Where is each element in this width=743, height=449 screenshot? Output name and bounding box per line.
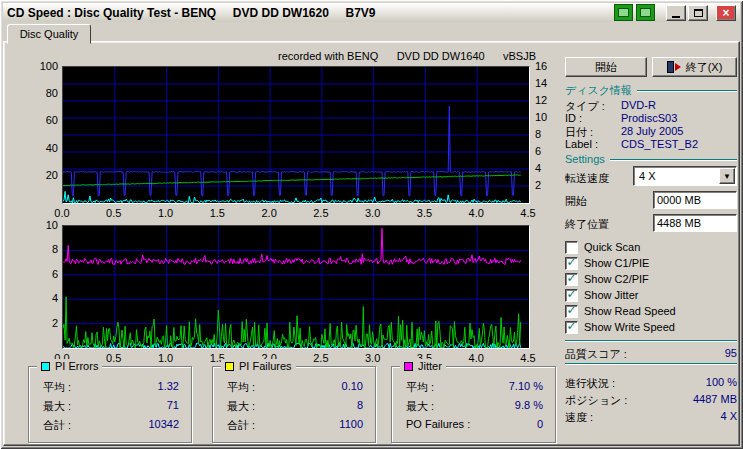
checkbox-show-write-speed[interactable]: ✓ Show Write Speed <box>565 320 675 334</box>
speed-combobox[interactable]: 4 X ▼ <box>633 166 737 186</box>
maximize-button[interactable] <box>688 5 708 21</box>
checkbox-label: Show Read Speed <box>584 305 676 317</box>
cd-speed-icon[interactable] <box>636 4 655 21</box>
x-axis-tick-label: 1.5 <box>202 207 232 219</box>
x-axis-tick-label: 4.0 <box>461 207 491 219</box>
stat-row: 合計 : 1100 <box>227 418 363 433</box>
position-value: 4487 MB <box>693 393 737 408</box>
speed-status-value: 4 X <box>720 410 737 425</box>
combobox-dropdown-button[interactable]: ▼ <box>719 168 735 184</box>
y2-axis-tick-label: 10 <box>535 111 559 123</box>
y2-axis-tick-label: 8 <box>535 128 559 140</box>
chevron-down-icon: ▼ <box>723 172 731 181</box>
x-axis-tick-label: 0.0 <box>47 207 77 219</box>
legend-color-swatch <box>225 362 234 371</box>
speed-combobox-value: 4 X <box>639 170 656 182</box>
stat-label: 最大 : <box>227 399 255 414</box>
y-axis-tick-label: 4 <box>26 292 58 304</box>
check-icon: ✓ <box>566 272 576 284</box>
stat-row: 最大 : 71 <box>43 399 179 414</box>
stat-row: 最大 : 9.8 % <box>406 399 543 414</box>
disc-info-row: Label : CDS_TEST_B2 <box>565 138 737 150</box>
x-axis-tick-label: 4.5 <box>513 352 543 364</box>
exit-icon <box>667 61 681 73</box>
checkbox-box[interactable]: ✓ <box>565 321 578 334</box>
cd-speed-icon[interactable] <box>614 4 633 21</box>
disc-info-row: ID : ProdiscS03 <box>565 112 737 124</box>
end-position-input[interactable] <box>653 214 737 232</box>
exit-button-label: 終了(X) <box>686 60 723 75</box>
checkbox-box[interactable]: ✓ <box>565 257 578 270</box>
disc-label-value: CDS_TEST_B2 <box>621 138 698 150</box>
jitter-chart-plot <box>62 225 530 349</box>
disc-id-value: ProdiscS03 <box>621 112 677 124</box>
y2-axis-tick-label: 12 <box>535 94 559 106</box>
check-icon: ✓ <box>566 256 576 268</box>
checkbox-show-read-speed[interactable]: ✓ Show Read Speed <box>565 304 676 318</box>
minimize-icon <box>672 16 680 18</box>
y-axis-tick-label: 8 <box>26 243 58 255</box>
checkbox-box[interactable]: ✓ <box>565 273 578 286</box>
checkbox-show-c1-pie[interactable]: ✓ Show C1/PIE <box>565 256 649 270</box>
stat-row: 平均 : 1.32 <box>43 380 179 395</box>
y2-axis-tick-label: 16 <box>535 60 559 72</box>
start-button[interactable]: 開始 <box>565 57 647 77</box>
separator <box>565 363 737 364</box>
y2-axis-tick-label: 6 <box>535 145 559 157</box>
speed-row: 速度 : 4 X <box>565 410 737 425</box>
stat-label: 合計 : <box>227 418 255 433</box>
check-icon: ✓ <box>566 288 576 300</box>
y-axis-tick-label: 6 <box>26 268 58 280</box>
stat-value: 9.8 % <box>515 399 543 414</box>
checkbox-label: Show Write Speed <box>584 321 675 333</box>
stat-row: 合計 : 10342 <box>43 418 179 433</box>
disc-info-header-label: ディスク情報 <box>565 83 632 98</box>
pi-errors-title: PI Errors <box>55 360 98 372</box>
quality-chart: 100806040201614121086420.00.51.01.52.02.… <box>62 66 530 204</box>
stat-label: PO Failures : <box>406 418 470 430</box>
checkbox-box[interactable]: ✓ <box>565 241 578 254</box>
pi-failures-legend: PI Failures <box>221 359 296 373</box>
stat-label: 合計 : <box>43 418 71 433</box>
close-button[interactable]: × <box>716 5 736 21</box>
y-axis-tick-label: 40 <box>26 142 58 154</box>
stat-value: 1.32 <box>158 380 179 395</box>
checkbox-box[interactable]: ✓ <box>565 305 578 318</box>
progress-value: 100 % <box>706 376 737 391</box>
check-icon: ✓ <box>566 320 576 332</box>
x-axis-tick-label: 1.0 <box>151 207 181 219</box>
x-axis-tick-label: 2.5 <box>306 207 336 219</box>
checkbox-label: Quick Scan <box>584 241 640 253</box>
legend-color-swatch <box>404 362 413 371</box>
x-axis-tick-label: 1.0 <box>151 352 181 364</box>
pi-errors-legend: PI Errors <box>37 359 102 373</box>
checkbox-show-c2-pif[interactable]: ✓ Show C2/PIF <box>565 272 649 286</box>
x-axis-tick-label: 3.0 <box>358 352 388 364</box>
stat-label: 平均 : <box>227 380 255 395</box>
tab-disc-quality[interactable]: Disc Quality <box>7 24 91 44</box>
position-label: ポジション : <box>565 393 627 408</box>
minimize-button[interactable] <box>666 5 686 21</box>
start-button-label: 開始 <box>595 60 617 75</box>
y-axis-tick-label: 2 <box>26 317 58 329</box>
checkbox-label: Show C2/PIF <box>584 273 649 285</box>
stat-row: 最大 : 8 <box>227 399 363 414</box>
quality-score-row: 品質スコア : 95 <box>565 347 737 362</box>
x-axis-tick-label: 3.0 <box>358 207 388 219</box>
stat-value: 10342 <box>148 418 179 433</box>
exit-button[interactable]: 終了(X) <box>652 57 737 77</box>
checkbox-box[interactable]: ✓ <box>565 289 578 302</box>
start-position-input[interactable] <box>653 191 737 209</box>
quality-score-label: 品質スコア : <box>565 347 627 362</box>
y-axis-tick-label: 20 <box>26 169 58 181</box>
checkbox-show-jitter[interactable]: ✓ Show Jitter <box>565 288 638 302</box>
stat-value: 0 <box>537 418 543 430</box>
stat-row: PO Failures : 0 <box>406 418 543 430</box>
titlebar-controls: × <box>614 4 736 21</box>
speed-status-label: 速度 : <box>565 410 593 425</box>
checkbox-quick-scan[interactable]: ✓ Quick Scan <box>565 240 640 254</box>
y2-axis-tick-label: 14 <box>535 77 559 89</box>
stat-label: 最大 : <box>406 399 434 414</box>
x-axis-tick-label: 3.5 <box>409 207 439 219</box>
disc-info-header: ディスク情報 <box>565 83 737 98</box>
